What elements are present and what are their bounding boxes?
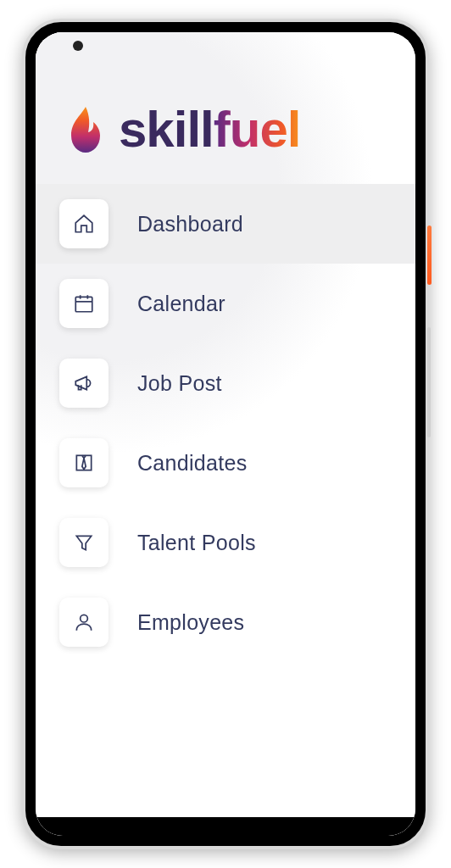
volume-button [427, 327, 431, 437]
nav-item-dashboard[interactable]: Dashboard [36, 184, 415, 264]
app-content: skillfuel Dashboard Calendar [36, 32, 415, 836]
nav-item-candidates[interactable]: Candidates [36, 423, 415, 503]
brand-text-gradient: fuel [214, 100, 301, 159]
person-icon [59, 598, 109, 647]
flame-icon [64, 105, 107, 154]
nav-item-employees[interactable]: Employees [36, 582, 415, 662]
brand-text: skillfuel [119, 100, 300, 159]
nav-label: Dashboard [137, 212, 243, 236]
power-button [427, 225, 432, 285]
brand-logo: skillfuel [36, 83, 415, 184]
android-nav-bar [36, 817, 415, 836]
home-icon [59, 199, 109, 248]
nav-label: Employees [137, 610, 244, 635]
funnel-icon [59, 518, 109, 567]
nav-item-talent-pools[interactable]: Talent Pools [36, 503, 415, 582]
nav-label: Candidates [137, 451, 247, 476]
front-camera [73, 41, 83, 51]
svg-point-10 [81, 615, 88, 622]
calendar-icon [59, 279, 109, 328]
phone-frame: skillfuel Dashboard Calendar [22, 19, 429, 849]
nav-label: Job Post [137, 371, 222, 396]
nav-label: Calendar [137, 292, 226, 316]
nav-item-job-post[interactable]: Job Post [36, 343, 415, 423]
megaphone-icon [59, 359, 109, 408]
nav-item-calendar[interactable]: Calendar [36, 264, 415, 343]
svg-rect-0 [75, 297, 92, 311]
sidebar-nav: Dashboard Calendar Job Post [36, 184, 415, 662]
screen: skillfuel Dashboard Calendar [36, 32, 415, 836]
nav-label: Talent Pools [137, 531, 256, 555]
tie-icon [59, 438, 109, 487]
brand-text-bold: skill [119, 100, 214, 159]
